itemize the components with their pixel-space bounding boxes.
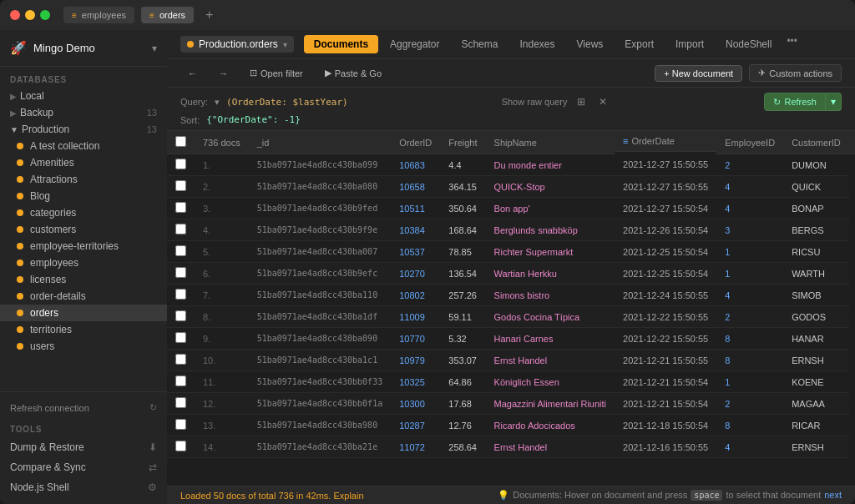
row-checkbox-cell[interactable] [167, 371, 195, 393]
collection-badge[interactable]: Production.orders ▾ [180, 36, 294, 53]
sidebar-item-territories[interactable]: territories [0, 321, 167, 338]
refresh-connection[interactable]: Refresh connection ↻ [0, 399, 167, 416]
back-button[interactable]: ← [180, 65, 205, 82]
row-checkbox-cell[interactable] [167, 219, 195, 241]
row-order-id[interactable]: 11009 [391, 306, 440, 328]
table-row[interactable]: 4. 51ba0971ae4ad8cc430b9f9e 10384 168.64… [167, 219, 855, 241]
row-order-id[interactable]: 11072 [391, 436, 440, 458]
table-row[interactable]: 13. 51ba0971ae4ad8cc430ba980 10287 12.76… [167, 415, 855, 436]
row-checkbox[interactable] [175, 289, 186, 300]
row-employee-id[interactable]: 4 [716, 436, 783, 458]
custom-actions-button[interactable]: ✈ Custom actions [749, 64, 842, 82]
sidebar-item-customers[interactable]: customers [0, 221, 167, 238]
table-row[interactable]: 10. 51ba0971ae4ad8cc430ba1c1 10979 353.0… [167, 350, 855, 371]
row-checkbox-cell[interactable] [167, 393, 195, 415]
maximize-button[interactable] [40, 10, 50, 20]
row-employee-id[interactable]: 1 [716, 241, 783, 263]
sort-value[interactable]: {"OrderDate": -1} [206, 114, 301, 125]
row-checkbox-cell[interactable] [167, 176, 195, 198]
sidebar-item-users[interactable]: users [0, 338, 167, 355]
row-employee-id[interactable]: 2 [716, 306, 783, 328]
col-customer-id[interactable]: CustomerID [783, 131, 849, 154]
next-link[interactable]: next [824, 490, 842, 501]
sidebar-item-backup[interactable]: ▶ Backup 13 [0, 104, 167, 121]
row-order-id[interactable]: 10683 [391, 154, 440, 176]
row-employee-id[interactable]: 4 [716, 176, 783, 198]
tab-orders[interactable]: ≡ orders [141, 7, 194, 23]
row-employee-id[interactable]: 8 [716, 328, 783, 350]
table-row[interactable]: 5. 51ba0971ae4ad8cc430ba007 10537 78.85 … [167, 241, 855, 263]
row-order-id[interactable]: 10287 [391, 415, 440, 436]
sidebar-item-blog[interactable]: Blog [0, 188, 167, 204]
row-checkbox[interactable] [175, 180, 186, 191]
row-checkbox-cell[interactable] [167, 263, 195, 285]
row-checkbox[interactable] [175, 419, 186, 430]
tab-indexes[interactable]: Indexes [509, 35, 564, 53]
table-row[interactable]: 3. 51ba0971ae4ad8cc430b9fed 10511 350.64… [167, 198, 855, 219]
sidebar-item-order-details[interactable]: order-details [0, 288, 167, 305]
query-dropdown-icon[interactable]: ▾ [215, 97, 220, 108]
row-checkbox[interactable] [175, 441, 186, 451]
app-name-selector[interactable]: 🚀 Mingo Demo ▾ [10, 37, 157, 59]
paste-go-button[interactable]: ▶ Paste & Go [317, 64, 389, 82]
row-checkbox[interactable] [175, 245, 186, 256]
row-checkbox[interactable] [175, 397, 186, 408]
row-order-id[interactable]: 10770 [391, 328, 440, 350]
row-employee-id[interactable]: 1 [716, 263, 783, 285]
row-checkbox[interactable] [175, 202, 186, 213]
sidebar-item-licenses[interactable]: licenses [0, 271, 167, 288]
sidebar-item-production[interactable]: ▼ Production 13 [0, 121, 167, 138]
refresh-dropdown-button[interactable]: ▾ [826, 93, 842, 111]
row-employee-id[interactable]: 8 [716, 415, 783, 436]
new-tab-button[interactable]: + [200, 8, 218, 23]
tab-export[interactable]: Export [615, 35, 664, 53]
tab-import[interactable]: Import [665, 35, 714, 53]
table-row[interactable]: 14. 51ba0971ae4ad8cc430ba21e 11072 258.6… [167, 436, 855, 458]
col-freight[interactable]: Freight [440, 131, 485, 154]
row-checkbox[interactable] [175, 375, 186, 386]
sidebar-item-employee-territories[interactable]: employee-territories [0, 238, 167, 255]
row-checkbox-cell[interactable] [167, 328, 195, 350]
tool-nodejs-shell[interactable]: Node.js Shell ⚙ [0, 477, 167, 497]
row-checkbox-cell[interactable] [167, 415, 195, 436]
close-query-button[interactable]: ✕ [594, 93, 611, 110]
query-value[interactable]: (OrderDate: $lastYear) [226, 97, 348, 108]
row-checkbox[interactable] [175, 332, 186, 343]
sidebar-item-categories[interactable]: categories [0, 204, 167, 221]
tool-compare-sync[interactable]: Compare & Sync ⇄ [0, 457, 167, 477]
col-add[interactable]: + Col [849, 131, 855, 154]
refresh-button[interactable]: ↻ Refresh [764, 93, 826, 111]
tool-dump-restore[interactable]: Dump & Restore ⬇ [0, 437, 167, 457]
row-employee-id[interactable]: 1 [716, 371, 783, 393]
tab-documents[interactable]: Documents [304, 35, 378, 53]
sidebar-item-employees[interactable]: employees [0, 255, 167, 271]
tab-views[interactable]: Views [567, 35, 614, 53]
table-row[interactable]: 7. 51ba0971ae4ad8cc430ba110 10802 257.26… [167, 285, 855, 306]
col-ship-name[interactable]: ShipName [486, 131, 615, 154]
row-checkbox[interactable] [175, 224, 186, 234]
table-row[interactable]: 1. 51ba0971ae4ad8cc430ba099 10683 4.4 Du… [167, 154, 855, 176]
sidebar-item-attractions[interactable]: Attractions [0, 171, 167, 188]
new-document-button[interactable]: + New document [655, 65, 742, 82]
row-order-id[interactable]: 10384 [391, 219, 440, 241]
minimize-button[interactable] [25, 10, 35, 20]
sidebar-item-a-test-collection[interactable]: A test collection [0, 138, 167, 154]
col-order-id[interactable]: OrderID [391, 131, 440, 154]
row-checkbox-cell[interactable] [167, 350, 195, 371]
row-order-id[interactable]: 10511 [391, 198, 440, 219]
row-employee-id[interactable]: 4 [716, 198, 783, 219]
row-checkbox-cell[interactable] [167, 198, 195, 219]
row-checkbox[interactable] [175, 310, 186, 321]
row-checkbox[interactable] [175, 354, 186, 365]
grid-view-icon[interactable]: ⊞ [573, 93, 589, 110]
row-checkbox[interactable] [175, 159, 186, 169]
explain-link[interactable]: Explain [333, 491, 363, 501]
col-checkbox[interactable] [167, 131, 195, 154]
row-employee-id[interactable]: 8 [716, 350, 783, 371]
row-employee-id[interactable]: 4 [716, 285, 783, 306]
table-row[interactable]: 8. 51ba0971ae4ad8cc430ba1df 11009 59.11 … [167, 306, 855, 328]
select-all-checkbox[interactable] [175, 136, 186, 147]
row-checkbox-cell[interactable] [167, 241, 195, 263]
table-row[interactable]: 9. 51ba0971ae4ad8cc430ba090 10770 5.32 H… [167, 328, 855, 350]
table-row[interactable]: 12. 51ba0971ae4ad8cc430bb0f1a 10300 17.6… [167, 393, 855, 415]
